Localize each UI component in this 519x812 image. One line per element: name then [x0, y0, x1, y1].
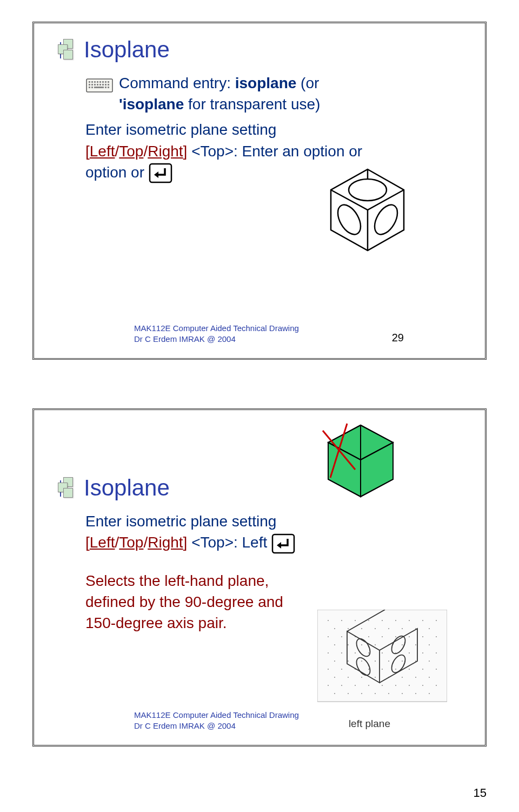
top-label-2: <Top>: Left	[187, 534, 267, 551]
svg-point-96	[415, 677, 416, 678]
svg-point-64	[328, 652, 329, 653]
svg-point-68	[382, 652, 383, 653]
svg-point-104	[409, 685, 410, 686]
keyboard-icon	[85, 75, 114, 96]
isometric-setting-label-2: Enter isometric plane setting	[85, 513, 276, 530]
page: Isoplane Command entry: isoplane (or 'is…	[0, 0, 519, 812]
svg-point-112	[402, 693, 403, 694]
svg-point-47	[328, 636, 329, 637]
option-top: Top	[119, 143, 143, 160]
footer-line2: Dr C Erdem IMRAK @ 2004	[134, 334, 236, 344]
svg-point-41	[361, 628, 362, 629]
svg-rect-29	[317, 610, 447, 702]
option-or: option or	[85, 164, 144, 181]
svg-rect-10	[91, 84, 93, 85]
svg-point-33	[368, 620, 369, 621]
svg-point-52	[395, 636, 396, 637]
svg-point-55	[436, 636, 437, 637]
isometric-cube-icon	[320, 164, 415, 259]
svg-point-54	[422, 636, 423, 637]
svg-point-84	[368, 669, 369, 670]
svg-rect-20	[105, 87, 107, 88]
svg-point-110	[375, 693, 376, 694]
svg-point-76	[375, 661, 376, 662]
svg-point-51	[382, 636, 383, 637]
svg-point-31	[341, 620, 342, 621]
svg-point-34	[382, 620, 383, 621]
svg-point-111	[388, 693, 389, 694]
svg-point-66	[355, 652, 356, 653]
svg-point-90	[334, 677, 335, 678]
svg-point-30	[328, 620, 329, 621]
slide2-footer: MAK112E Computer Aided Technical Drawing…	[34, 710, 485, 731]
option-left-2: Left	[90, 534, 115, 551]
page-number: 15	[474, 786, 487, 800]
svg-rect-13	[99, 84, 101, 85]
svg-point-50	[368, 636, 369, 637]
svg-point-99	[341, 685, 342, 686]
footer2-line2: Dr C Erdem IMRAK @ 2004	[134, 721, 236, 730]
svg-point-74	[348, 661, 349, 662]
svg-point-95	[402, 677, 403, 678]
svg-point-61	[402, 644, 403, 645]
command-entry-row: Command entry: isoplane (or 'isoplane fo…	[85, 72, 463, 115]
svg-point-63	[429, 644, 430, 645]
svg-point-39	[334, 628, 335, 629]
svg-point-93	[375, 677, 376, 678]
svg-point-98	[328, 685, 329, 686]
svg-point-38	[436, 620, 437, 621]
svg-point-42	[375, 628, 376, 629]
svg-rect-18	[91, 87, 93, 88]
option-left: Left	[90, 143, 115, 160]
svg-point-32	[355, 620, 356, 621]
svg-point-92	[361, 677, 362, 678]
svg-point-62	[415, 644, 416, 645]
svg-point-100	[355, 685, 356, 686]
svg-point-81	[328, 669, 329, 670]
svg-rect-16	[108, 84, 109, 85]
svg-rect-4	[97, 81, 98, 83]
svg-point-114	[429, 693, 430, 694]
svg-point-75	[361, 661, 362, 662]
svg-rect-5	[99, 81, 101, 83]
svg-point-46	[429, 628, 430, 629]
svg-point-72	[436, 652, 437, 653]
svg-rect-2	[91, 81, 93, 83]
footer-line1: MAK112E Computer Aided Technical Drawing	[134, 324, 299, 333]
isometric-setting-label: Enter isometric plane setting	[85, 121, 276, 138]
command-suffix: (or	[296, 75, 319, 91]
svg-point-107	[334, 693, 335, 694]
svg-point-78	[402, 661, 403, 662]
svg-point-88	[422, 669, 423, 670]
command-alt: 'isoplane	[119, 96, 184, 113]
svg-point-109	[361, 693, 362, 694]
svg-point-108	[348, 693, 349, 694]
svg-point-53	[409, 636, 410, 637]
top-label: <Top>: Enter an option or	[187, 143, 362, 160]
svg-point-89	[436, 669, 437, 670]
isometric-cube-left-face-icon	[317, 415, 404, 502]
svg-rect-14	[102, 84, 104, 85]
svg-point-48	[341, 636, 342, 637]
svg-point-23	[349, 179, 387, 201]
svg-point-71	[422, 652, 423, 653]
slide-number: 29	[392, 332, 404, 344]
svg-point-44	[402, 628, 403, 629]
svg-point-43	[388, 628, 389, 629]
svg-rect-15	[105, 84, 107, 85]
svg-rect-8	[108, 81, 109, 83]
svg-rect-6	[102, 81, 104, 83]
svg-rect-17	[89, 87, 90, 88]
left-plane-diagram	[317, 610, 447, 712]
svg-point-65	[341, 652, 342, 653]
bracket-open: [	[85, 143, 90, 160]
svg-point-85	[382, 669, 383, 670]
svg-rect-12	[97, 84, 98, 85]
title-row: Isoplane	[56, 37, 463, 63]
svg-point-102	[382, 685, 383, 686]
svg-rect-9	[89, 84, 90, 85]
svg-point-37	[422, 620, 423, 621]
description-text: Selects the left-hand plane, defined by …	[85, 570, 312, 634]
slide-title: Isoplane	[84, 37, 170, 63]
svg-point-101	[368, 685, 369, 686]
